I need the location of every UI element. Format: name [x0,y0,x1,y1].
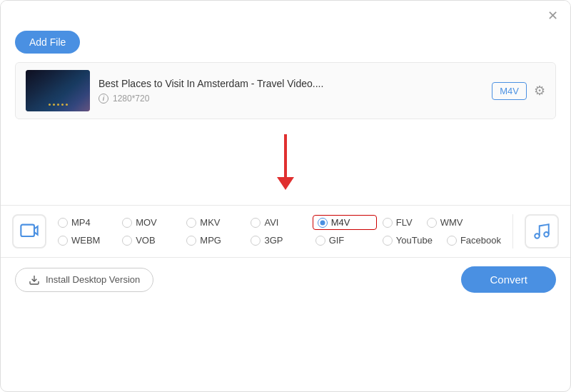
radio-webm[interactable] [58,236,68,246]
format-label-webm: WEBM [71,235,100,246]
radio-mov[interactable] [122,218,132,228]
format-option-vob[interactable]: VOB [119,233,183,248]
svg-point-2 [544,232,549,237]
red-arrow [277,134,294,190]
radio-3gp[interactable] [251,236,261,246]
radio-avi[interactable] [251,218,261,228]
format-badge[interactable]: M4V [492,82,527,100]
format-option-webm[interactable]: WEBM [55,233,119,248]
title-bar: ✕ [1,1,570,28]
format-option-mp4[interactable]: MP4 [55,215,119,230]
format-label-flv: FLV [396,217,413,228]
format-option-gif[interactable]: GIF [313,233,377,248]
file-thumbnail [26,70,90,111]
radio-facebook[interactable] [447,236,457,246]
download-icon [29,274,40,286]
format-grid: MP4 MOV MKV AVI M4V WEBM VOB MPG [55,215,377,248]
format-option-youtube[interactable]: YouTube [380,233,435,248]
svg-point-1 [535,233,540,238]
file-actions: M4V ⚙ [492,82,545,100]
action-bar: Add File [1,28,570,62]
format-label-wmv: WMV [440,217,463,228]
format-label-gif: GIF [329,235,345,246]
convert-button[interactable]: Convert [461,266,556,293]
format-label-avi: AVI [264,217,278,228]
radio-mkv[interactable] [186,218,196,228]
format-label-mpg: MPG [200,235,221,246]
radio-vob[interactable] [122,236,132,246]
gear-icon[interactable]: ⚙ [534,83,545,99]
format-label-youtube: YouTube [396,235,433,246]
file-meta: i 1280*720 [98,94,483,104]
format-option-avi[interactable]: AVI [248,215,312,230]
radio-youtube[interactable] [383,236,393,246]
file-title: Best Places to Visit In Amsterdam - Trav… [98,78,483,89]
format-label-3gp: 3GP [264,235,283,246]
arrow-container [1,119,570,205]
format-option-mov[interactable]: MOV [119,215,183,230]
radio-wmv[interactable] [427,218,437,228]
arrow-head [277,177,294,190]
file-info: Best Places to Visit In Amsterdam - Trav… [98,78,483,104]
radio-mpg[interactable] [186,236,196,246]
close-button[interactable]: ✕ [546,9,559,22]
svg-rect-0 [21,225,34,236]
file-resolution: 1280*720 [113,94,149,104]
arrow-shaft [284,134,287,177]
file-item: Best Places to Visit In Amsterdam - Trav… [16,63,555,119]
format-label-vob: VOB [136,235,155,246]
install-label: Install Desktop Version [46,274,140,285]
format-label-m4v: M4V [331,217,350,228]
format-label-mov: MOV [136,217,157,228]
install-desktop-button[interactable]: Install Desktop Version [15,268,153,292]
format-option-wmv[interactable]: WMV [424,215,466,230]
info-icon: i [98,94,108,104]
format-option-mpg[interactable]: MPG [183,233,248,248]
format-selector: MP4 MOV MKV AVI M4V WEBM VOB MPG [1,205,570,257]
add-file-button[interactable]: Add File [15,31,80,54]
format-option-3gp[interactable]: 3GP [248,233,312,248]
audio-format-tab[interactable] [525,214,559,248]
format-label-mkv: MKV [200,217,220,228]
radio-flv[interactable] [383,218,393,228]
file-list: Best Places to Visit In Amsterdam - Trav… [15,62,556,119]
format-option-facebook[interactable]: Facebook [444,233,504,248]
format-label-mp4: MP4 [71,217,91,228]
video-format-tab[interactable] [12,214,46,248]
radio-m4v[interactable] [318,218,328,228]
radio-mp4[interactable] [58,218,68,228]
format-label-facebook: Facebook [460,235,501,246]
format-option-m4v[interactable]: M4V [313,215,377,230]
radio-gif[interactable] [315,236,325,246]
bottom-bar: Install Desktop Version Convert [1,257,570,301]
format-option-mkv[interactable]: MKV [183,215,248,230]
format-option-flv[interactable]: FLV [380,215,415,230]
